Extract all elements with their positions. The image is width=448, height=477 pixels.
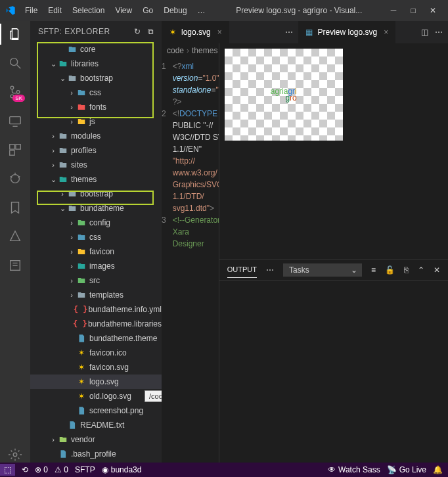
close-panel-icon[interactable]: ✕ [434,265,440,275]
tree-item-modules[interactable]: ›modules [30,129,162,143]
tree-item-libraries[interactable]: ⌄libraries [30,57,162,71]
bookmark-icon[interactable] [7,200,23,216]
status-watch-sass[interactable]: 👁 Watch Sass [328,465,380,474]
tree-item-themes[interactable]: ⌄themes [30,172,162,187]
tree-item-bundatheme-libraries[interactable]: { }bundatheme.libraries [30,317,162,331]
tree-label: themes [71,175,97,184]
split-editor-icon[interactable]: ◫ [421,28,428,37]
tree-label: screenshot.png [89,406,143,415]
file-tree[interactable]: /code/themes/bundatheme/logo.svg core⌄li… [30,42,162,463]
tree-item-css[interactable]: ›css [30,230,162,244]
tree-item-old-logo-svg[interactable]: ✶old.logo.svg [30,389,162,403]
tree-item-profiles[interactable]: ›profiles [30,143,162,158]
tree-item-bootstrap[interactable]: ›bootstrap [30,187,162,201]
menu-view[interactable]: View [111,3,136,18]
extensions-icon[interactable] [7,142,23,158]
status-bar: ⬚ ⟲ ⊗ 0 ⚠ 0 SFTP ◉ bunda3d 👁 Watch Sass … [0,463,448,477]
menu-file[interactable]: File [21,3,41,18]
status-errors[interactable]: ⊗ 0 [35,465,48,474]
tree-item-js[interactable]: ›js [30,114,162,129]
menu-edit[interactable]: Edit [44,3,66,18]
panel-more-icon[interactable]: ⋯ [266,265,274,275]
tab-close-icon[interactable]: × [217,28,222,37]
tree-item-favicon[interactable]: ›favicon [30,244,162,259]
tree-item-bundatheme-theme[interactable]: bundatheme.theme [30,331,162,346]
menu-selection[interactable]: Selection [68,3,108,18]
list-icon[interactable]: ≡ [371,265,376,275]
code-editor[interactable]: code› themes› bundatheme› ✶ 123 <?xml ve… [162,43,219,463]
folder-grey-icon [58,145,68,156]
tree-item-core[interactable]: core [30,42,162,57]
tree-label: css [89,88,101,97]
tree-label: fonts [89,102,106,112]
tree-item-vendor[interactable]: ›vendor [30,432,162,447]
source-control-icon[interactable]: SK [7,84,23,100]
star-icon: ✶ [76,391,87,401]
tab-preview[interactable]: ▦ Preview logo.svg × [298,21,396,43]
tree-item-images[interactable]: ›images [30,259,162,273]
status-bell-icon[interactable]: 🔔 [433,465,443,474]
minimize-button[interactable]: ─ [389,6,398,15]
chevron-icon: › [67,262,76,270]
chevron-icon: ⌄ [49,175,58,184]
collapse-panel-icon[interactable]: ⌃ [418,265,424,275]
sync-icon[interactable]: ⟲ [22,465,28,474]
sidebar-title: SFTP: EXPLORER [38,27,110,36]
output-channel-select[interactable]: Tasks ⌄ [283,263,362,277]
tree-item-sites[interactable]: ›sites [30,158,162,172]
collapse-icon[interactable]: ⧉ [148,27,154,36]
code-content[interactable]: <?xml version="1.0" standalone="no" ?> <… [170,58,219,463]
search-icon[interactable] [7,55,23,71]
azure-icon[interactable] [7,229,23,244]
tree-item-bundatheme-info-yml[interactable]: { }bundatheme.info.yml [30,302,162,317]
tree-item-config[interactable]: ›config [30,216,162,230]
breadcrumb[interactable]: code› themes› bundatheme› ✶ [162,43,219,58]
status-user[interactable]: ◉ bunda3d [102,465,142,474]
tree-item-css[interactable]: ›css [30,85,162,100]
close-button[interactable]: ✕ [428,6,437,15]
file-blue-icon [58,449,68,459]
tab-logo-svg[interactable]: ✶ logo.svg × [162,21,229,43]
tab-more-icon[interactable]: ⋯ [285,28,293,37]
status-go-live[interactable]: 📡 Go Live [387,465,426,474]
tree-item-src[interactable]: ›src [30,273,162,288]
explorer-icon[interactable] [7,26,23,42]
remote-icon[interactable] [7,113,23,129]
tree-item-fonts[interactable]: ›fonts [30,100,162,114]
crumb[interactable]: code [167,46,184,55]
crumb[interactable]: themes [192,46,217,55]
tab-more-icon[interactable]: ⋯ [435,28,443,37]
remote-status-icon[interactable]: ⬚ [0,464,15,476]
tree-item-bootstrap[interactable]: ⌄bootstrap [30,71,162,85]
tree-item-screenshot-png[interactable]: screenshot.png [30,403,162,418]
tree-item-bundatheme[interactable]: ⌄bundatheme [30,201,162,216]
menu-overflow[interactable]: … [194,3,210,18]
panel-tab-output[interactable]: OUTPUT [227,261,257,278]
tree-label: core [80,45,95,54]
tree-item--bash_profile[interactable]: .bash_profile [30,447,162,461]
file-blue-icon [76,405,87,416]
tree-item-favicon-ico[interactable]: ✶favicon.ico [30,346,162,360]
tree-item-templates[interactable]: ›templates [30,288,162,302]
status-warnings[interactable]: ⚠ 0 [55,465,68,474]
menu-debug[interactable]: Debug [160,3,190,18]
tree-item-logo-svg[interactable]: ✶logo.svg [30,375,162,389]
maximize-button[interactable]: □ [409,6,418,15]
tab-close-icon[interactable]: × [384,28,388,37]
debug-icon[interactable] [7,171,23,187]
tree-item-favicon-svg[interactable]: ✶favicon.svg [30,360,162,375]
status-sftp[interactable]: SFTP [75,465,95,474]
sftp-icon[interactable] [7,258,23,273]
folder-grey-icon [76,290,87,300]
svg-rect-7 [10,145,14,149]
tree-item--csslintrc[interactable]: .csslintrc [30,461,162,463]
tree-item-README-txt[interactable]: README.txt [30,418,162,432]
folder-grey-icon [58,160,68,170]
refresh-icon[interactable]: ↻ [134,27,141,36]
tab-label: logo.svg [181,28,211,37]
menu-go[interactable]: Go [139,3,157,18]
unlock-icon[interactable]: 🔓 [385,265,395,275]
svg-point-2 [11,86,14,89]
clear-icon[interactable]: ⎘ [404,265,409,275]
settings-icon[interactable] [7,447,23,463]
